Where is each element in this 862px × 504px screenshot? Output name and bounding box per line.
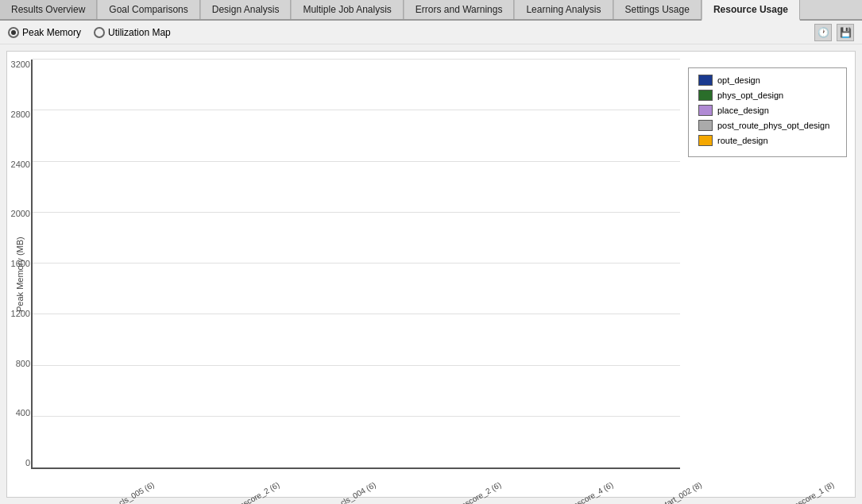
y-tick-3200: 3200 <box>0 60 30 69</box>
toolbar: Peak Memory Utilization Map 🕐 💾 <box>0 21 862 44</box>
chart-inner: Peak Memory (MB) 0 400 800 1200 1600 200… <box>15 60 847 489</box>
x-label-wrap-5: hotstart_002 (8) <box>623 472 719 489</box>
legend-label-post-route: post_route_phys_opt_design <box>717 121 829 130</box>
tab-multiple-job-analysis[interactable]: Multiple Job Analysis <box>291 0 403 19</box>
x-label-wrap-6: hotstart_001-simscore_1 (8) <box>732 472 831 489</box>
y-tick-2400: 2400 <box>0 160 30 169</box>
legend-label-place-design: place_design <box>717 106 769 115</box>
y-ticks: 0 400 800 1200 1600 2000 2400 2800 3200 <box>0 60 30 467</box>
tab-design-analysis[interactable]: Design Analysis <box>200 0 292 19</box>
bars-area <box>33 60 680 467</box>
save-icon[interactable]: 💾 <box>837 24 854 41</box>
radio-dot-peak-memory <box>8 27 19 38</box>
radio-peak-memory[interactable]: Peak Memory <box>8 27 81 38</box>
plot-area: 0 400 800 1200 1600 2000 2400 2800 3200 <box>31 60 847 489</box>
legend-swatch-phys-opt-design <box>698 90 713 101</box>
radio-label-utilization-map: Utilization Map <box>108 27 171 38</box>
x-label-0: hotstart_cls_005 (6) <box>91 480 156 504</box>
x-label-3: hotstart_001-simscore_2 (6) <box>412 480 502 504</box>
legend-swatch-post-route <box>698 120 713 131</box>
y-tick-1600: 1600 <box>0 259 30 268</box>
chart-container: Peak Memory (MB) 0 400 800 1200 1600 200… <box>6 51 856 498</box>
radio-utilization-map[interactable]: Utilization Map <box>94 27 171 38</box>
legend: opt_design phys_opt_design place_design … <box>688 67 847 157</box>
legend-item-opt-design: opt_design <box>698 75 837 86</box>
x-labels: hotstart_cls_005 (6) hotstart_002-simsco… <box>67 472 847 489</box>
x-label-wrap-0: hotstart_cls_005 (6) <box>68 472 164 489</box>
x-label-6: hotstart_001-simscore_1 (8) <box>745 480 836 504</box>
legend-item-place-design: place_design <box>698 105 837 116</box>
radio-label-peak-memory: Peak Memory <box>22 27 81 38</box>
radio-dot-utilization-map <box>94 27 105 38</box>
x-label-wrap-2: hotstart_cls_004 (6) <box>289 472 385 489</box>
legend-swatch-place-design <box>698 105 713 116</box>
y-tick-0: 0 <box>0 458 30 467</box>
plot-canvas: 0 400 800 1200 1600 2000 2400 2800 3200 <box>31 60 680 469</box>
y-tick-400: 400 <box>0 408 30 417</box>
y-tick-1200: 1200 <box>0 309 30 318</box>
tab-errors-and-warnings[interactable]: Errors and Warnings <box>404 0 515 19</box>
radio-group: Peak Memory Utilization Map <box>8 27 171 38</box>
legend-item-post-route: post_route_phys_opt_design <box>698 120 837 131</box>
y-tick-2800: 2800 <box>0 110 30 119</box>
x-label-2: hotstart_cls_004 (6) <box>312 480 377 504</box>
tabs-bar: Results Overview Goal Comparisons Design… <box>0 0 862 21</box>
legend-label-phys-opt-design: phys_opt_design <box>717 90 783 100</box>
x-label-wrap-3: hotstart_001-simscore_2 (6) <box>399 472 498 489</box>
legend-label-opt-design: opt_design <box>717 75 760 85</box>
y-tick-2000: 2000 <box>0 209 30 218</box>
x-label-4: hotstart_003-simscore_4 (6) <box>524 480 614 504</box>
toolbar-actions: 🕐 💾 <box>814 24 854 41</box>
tab-resource-usage[interactable]: Resource Usage <box>702 0 800 21</box>
tab-results-overview[interactable]: Results Overview <box>0 0 97 19</box>
legend-label-route-design: route_design <box>717 136 768 145</box>
legend-item-route-design: route_design <box>698 135 837 146</box>
legend-swatch-route-design <box>698 135 713 146</box>
tab-settings-usage[interactable]: Settings Usage <box>613 0 702 19</box>
x-label-5: hotstart_002 (8) <box>650 480 703 504</box>
x-label-wrap-4: hotstart_003-simscore_4 (6) <box>511 472 610 489</box>
clock-icon[interactable]: 🕐 <box>814 24 832 41</box>
y-tick-800: 800 <box>0 359 30 368</box>
legend-swatch-opt-design <box>698 75 713 86</box>
tab-goal-comparisons[interactable]: Goal Comparisons <box>97 0 199 19</box>
tab-learning-analysis[interactable]: Learning Analysis <box>514 0 613 19</box>
legend-item-phys-opt-design: phys_opt_design <box>698 90 837 101</box>
x-label-wrap-1: hotstart_002-simscore_2 (6) <box>177 472 276 489</box>
plot-with-legend: 0 400 800 1200 1600 2000 2400 2800 3200 <box>31 60 847 469</box>
x-label-1: hotstart_002-simscore_2 (6) <box>191 480 281 504</box>
